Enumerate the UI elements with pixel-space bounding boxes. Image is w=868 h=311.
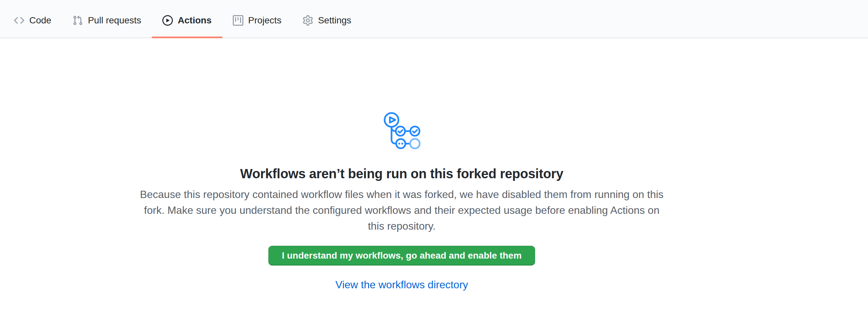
code-icon: [14, 15, 24, 26]
view-workflows-directory-link[interactable]: View the workflows directory: [335, 279, 468, 290]
actions-disabled-blankslate: Workflows aren’t being run on this forke…: [132, 38, 672, 291]
repo-tab-nav: Code Pull requests Actions Projects: [0, 0, 868, 38]
tab-code[interactable]: Code: [3, 0, 62, 37]
tab-label: Projects: [248, 15, 282, 26]
blankslate-description: Because this repository contained workfl…: [135, 186, 669, 234]
tab-label: Pull requests: [88, 15, 141, 26]
tab-projects[interactable]: Projects: [222, 0, 292, 37]
gear-icon: [303, 15, 313, 26]
git-pull-request-icon: [72, 15, 83, 26]
tab-actions[interactable]: Actions: [152, 0, 222, 37]
tab-settings[interactable]: Settings: [292, 0, 362, 37]
blankslate-heading: Workflows aren’t being run on this forke…: [132, 166, 672, 181]
tab-label: Actions: [178, 15, 212, 26]
tab-label: Code: [29, 15, 51, 26]
workflow-illustration-icon: [382, 110, 422, 151]
enable-workflows-button[interactable]: I understand my workflows, go ahead and …: [268, 246, 535, 266]
project-icon: [233, 15, 243, 26]
tab-pull-requests[interactable]: Pull requests: [62, 0, 152, 37]
tab-label: Settings: [318, 15, 351, 26]
play-icon: [162, 15, 173, 26]
